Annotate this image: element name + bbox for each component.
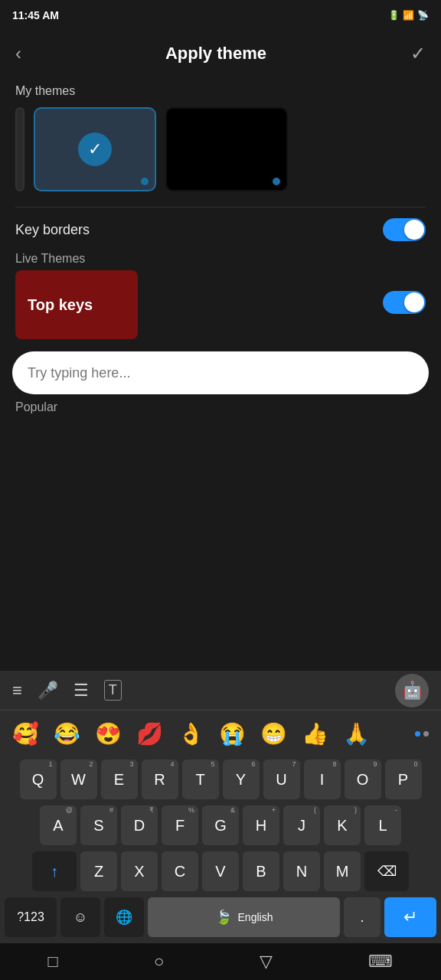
key-shift[interactable]: ↑ <box>32 851 77 891</box>
key-space[interactable]: 🍃 English <box>148 897 340 937</box>
emoji-cry[interactable]: 😭 <box>213 714 251 753</box>
status-wifi: 📶 <box>403 10 414 21</box>
toggle-knob-top-keys <box>404 292 424 312</box>
key-q[interactable]: 1Q <box>20 760 57 799</box>
key-row-1: 1Q 2W 3E 4R 5T 6Y 7U 8I 9O 0P <box>0 756 441 802</box>
toggle-knob-key-borders <box>404 220 424 240</box>
key-p[interactable]: 0P <box>385 760 422 799</box>
keyboard-toolbar: ≡ 🎤 ☰ T 🤖 <box>0 671 441 710</box>
top-keys-section: Top keys <box>15 266 426 339</box>
kb-avatar[interactable]: 🤖 <box>395 674 429 707</box>
emoji-laughing[interactable]: 😂 <box>47 714 86 753</box>
live-themes-label: Live Themes <box>15 252 85 265</box>
key-r[interactable]: 4R <box>142 760 178 799</box>
top-keys-label: Top keys <box>28 296 93 314</box>
key-borders-label: Key borders <box>15 222 90 238</box>
key-e[interactable]: 3E <box>101 760 138 799</box>
theme-selected-dot <box>141 178 149 185</box>
space-leaf-icon: 🍃 <box>215 909 232 926</box>
nav-back[interactable]: □ <box>48 952 58 972</box>
key-x[interactable]: X <box>121 851 158 891</box>
key-t[interactable]: 5T <box>182 760 219 799</box>
key-symbol[interactable]: ?123 <box>5 897 57 937</box>
key-f[interactable]: %F <box>162 805 198 845</box>
nav-recent[interactable]: ▽ <box>260 952 273 972</box>
page-title: Apply theme <box>165 44 266 64</box>
emoji-thumbsup[interactable]: 👍 <box>296 714 334 753</box>
top-keys-card[interactable]: Top keys <box>15 270 138 339</box>
key-z[interactable]: Z <box>80 851 117 891</box>
status-time: 11:45 AM <box>12 9 59 21</box>
theme-check-icon: ✓ <box>78 132 112 166</box>
status-bar: 11:45 AM 🔋 📶 📡 <box>0 0 441 31</box>
text-input-field[interactable] <box>28 365 413 381</box>
emoji-heart-eyes[interactable]: 😍 <box>89 714 127 753</box>
theme-thumb-selected[interactable]: ✓ <box>34 107 156 191</box>
key-i[interactable]: 8I <box>304 760 341 799</box>
key-l[interactable]: -L <box>364 805 401 845</box>
key-period[interactable]: . <box>344 897 381 937</box>
emoji-row: 🥰 😂 😍 💋 👌 😭 😁 👍 🙏 <box>0 710 441 756</box>
nav-home[interactable]: ○ <box>154 952 164 972</box>
key-globe-btn[interactable]: 🌐 <box>104 897 144 937</box>
kb-toolbar-left: ≡ 🎤 ☰ T <box>12 680 122 701</box>
key-borders-row: Key borders <box>15 207 426 252</box>
key-s[interactable]: #S <box>80 805 117 845</box>
live-themes-section: Live Themes Top keys <box>15 252 426 339</box>
key-backspace[interactable]: ⌫ <box>364 851 409 891</box>
kb-text-icon[interactable]: T <box>104 680 122 701</box>
key-n[interactable]: N <box>283 851 320 891</box>
emoji-lips[interactable]: 💋 <box>130 714 168 753</box>
key-borders-toggle[interactable] <box>383 218 426 241</box>
key-k[interactable]: )K <box>324 805 361 845</box>
confirm-button[interactable]: ✓ <box>410 43 426 64</box>
kb-menu-icon[interactable]: ≡ <box>12 681 22 701</box>
key-h[interactable]: +H <box>243 805 279 845</box>
key-d[interactable]: ₹D <box>121 805 158 845</box>
theme-thumb-default[interactable] <box>15 107 24 191</box>
nav-bar: □ ○ ▽ ⌨ <box>0 943 441 980</box>
key-a[interactable]: @A <box>40 805 77 845</box>
status-signal: 📡 <box>417 10 429 21</box>
emoji-page-dots <box>415 731 429 737</box>
status-icons: 🔋 📶 📡 <box>388 10 429 21</box>
back-button[interactable]: ‹ <box>15 43 21 64</box>
my-themes-label: My themes <box>15 84 426 98</box>
emoji-dot-1 <box>415 731 420 737</box>
key-b[interactable]: B <box>243 851 279 891</box>
text-input-bar[interactable] <box>12 351 429 394</box>
emoji-dot-2 <box>423 731 429 737</box>
header: ‹ Apply theme ✓ <box>0 31 441 77</box>
key-u[interactable]: 7U <box>263 760 300 799</box>
theme-black-dot <box>273 178 280 185</box>
key-row-bottom: ?123 ☺ 🌐 🍃 English . ↵ <box>0 894 441 943</box>
emoji-ok[interactable]: 👌 <box>172 714 210 753</box>
emoji-grin[interactable]: 😁 <box>254 714 292 753</box>
key-c[interactable]: C <box>162 851 198 891</box>
key-row-3: ↑ Z X C V B N M ⌫ <box>0 848 441 894</box>
emoji-kissing[interactable]: 🥰 <box>6 714 44 753</box>
kb-clipboard-icon[interactable]: ☰ <box>74 681 89 701</box>
top-keys-toggle[interactable] <box>383 291 426 314</box>
space-label: English <box>238 911 273 923</box>
key-m[interactable]: M <box>324 851 361 891</box>
keyboard: ≡ 🎤 ☰ T 🤖 🥰 😂 😍 💋 👌 😭 😁 👍 🙏 1Q 2W 3E 4R … <box>0 671 441 943</box>
key-enter[interactable]: ↵ <box>384 897 436 937</box>
popular-label: Popular <box>0 394 441 414</box>
key-g[interactable]: &G <box>202 805 239 845</box>
key-w[interactable]: 2W <box>60 760 97 799</box>
status-battery: 🔋 <box>388 10 400 21</box>
theme-thumb-black[interactable] <box>165 107 288 191</box>
emoji-pray[interactable]: 🙏 <box>337 714 375 753</box>
nav-keyboard[interactable]: ⌨ <box>368 952 393 972</box>
content-area: My themes ✓ Key borders Live Themes Top … <box>0 77 441 339</box>
themes-row: ✓ <box>15 107 426 191</box>
kb-mic-icon[interactable]: 🎤 <box>38 681 58 701</box>
key-row-2: @A #S ₹D %F &G +H (J )K -L <box>0 802 441 848</box>
key-v[interactable]: V <box>202 851 239 891</box>
key-o[interactable]: 9O <box>345 760 381 799</box>
key-j[interactable]: (J <box>283 805 320 845</box>
key-emoji-btn[interactable]: ☺ <box>60 897 100 937</box>
key-y[interactable]: 6Y <box>223 760 260 799</box>
